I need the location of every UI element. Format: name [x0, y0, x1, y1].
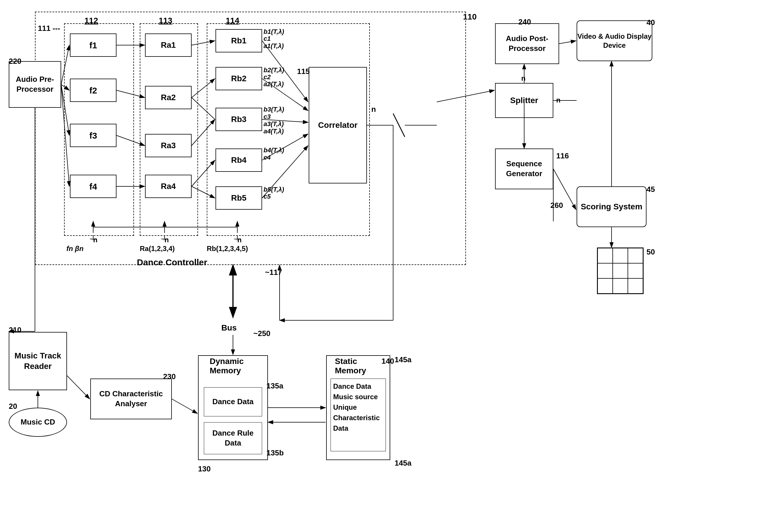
svg-line-31 [559, 41, 576, 44]
n-fn: n [93, 236, 98, 244]
ra1-box: Ra1 [145, 33, 192, 57]
rb1-box: Rb1 [215, 29, 262, 52]
splitter-box: Splitter [495, 83, 553, 118]
label-113: 113 [159, 16, 172, 25]
label-140: 140 [381, 357, 394, 366]
sequence-generator-box: Sequence Generator [495, 149, 553, 189]
label-117: ~117 [265, 268, 282, 277]
rb5-box: Rb5 [215, 186, 262, 210]
label-40: 40 [646, 18, 655, 27]
scoring-system-box: Scoring System [577, 186, 646, 227]
rb4-box: Rb4 [215, 149, 262, 172]
n-rb: n [237, 236, 242, 244]
ra2-box: Ra2 [145, 86, 192, 109]
music-cd-box: Music CD [9, 408, 67, 437]
grid-cell-5 [613, 263, 628, 278]
b3-label: b3(T,λ) [264, 106, 284, 113]
audio-postprocessor-box: Audio Post- Processor [495, 23, 559, 64]
ra3-box: Ra3 [145, 134, 192, 157]
label-116: 116 [556, 151, 569, 160]
f4-box: f4 [70, 175, 116, 198]
a1-label: a1(T,λ) [264, 42, 284, 50]
grid-cell-2 [613, 248, 628, 263]
svg-line-39 [67, 376, 90, 399]
c5-label: c5 [264, 193, 271, 200]
n-splitter-bot: n [556, 96, 561, 104]
grid-display [597, 248, 644, 294]
c4-label: c4 [264, 154, 271, 161]
correlator-box: Correlator [309, 67, 367, 183]
c2-label: c2 [264, 73, 271, 81]
label-45: 45 [646, 185, 655, 194]
video-audio-display-box: Video & Audio Display Device [577, 20, 652, 61]
label-145a-bot: 145a [395, 459, 411, 468]
c1-label: c1 [264, 35, 271, 43]
grid-cell-3 [628, 248, 643, 263]
grid-cell-8 [613, 278, 628, 294]
b5-label: b5(T,λ) [264, 186, 284, 193]
label-110: 110 [463, 12, 477, 22]
grid-cell-4 [598, 263, 613, 278]
label-250: ~250 [253, 329, 271, 338]
dynamic-memory-label: DynamicMemory [210, 357, 244, 375]
rb3-box: Rb3 [215, 108, 262, 131]
label-260: 260 [550, 201, 563, 210]
n-splitter-top: n [521, 74, 526, 82]
grid-cell-1 [598, 248, 613, 263]
b4-label: b4(T,λ) [264, 146, 284, 154]
static-dance-data-box: Dance Data Music source Unique Character… [331, 379, 386, 451]
label-135b: 135b [266, 448, 284, 457]
label-230: 230 [163, 372, 176, 381]
f1-box: f1 [70, 33, 116, 57]
b2-label: b2(T,λ) [264, 66, 284, 74]
label-240: 240 [518, 17, 531, 26]
label-145a-top: 145a [395, 355, 411, 364]
grid-cell-7 [598, 278, 613, 294]
rb-group-label: Rb(1,2,3,4,5) [207, 245, 248, 253]
label-114: 114 [226, 16, 239, 25]
a3-label: a3(T,λ) [264, 120, 284, 128]
bus-label: Bus [221, 323, 237, 333]
n-correlator: n [371, 105, 376, 114]
f3-box: f3 [70, 124, 116, 147]
a4-label: a4(T,λ) [264, 128, 284, 135]
dance-rule-data-box: Dance Rule Data [204, 422, 262, 454]
music-track-reader-box: Music Track Reader [9, 332, 67, 390]
n-ra: n [165, 236, 169, 244]
grid-cell-9 [628, 278, 643, 294]
svg-line-38 [172, 399, 197, 413]
cd-analyser-box: CD Characteristic Analyser [90, 379, 172, 419]
label-20: 20 [9, 402, 17, 411]
static-memory-label: StaticMemory [335, 357, 366, 375]
dance-data-box: Dance Data [204, 387, 262, 416]
a2-label: a2(T,λ) [264, 80, 284, 88]
f2-box: f2 [70, 79, 116, 102]
label-210: 210 [9, 326, 21, 335]
label-135a: 135a [266, 381, 283, 390]
label-130: 130 [198, 464, 211, 473]
audio-preprocessor-box: Audio Pre- Processor [9, 61, 61, 108]
label-111: 111 --- [38, 24, 60, 33]
c3-label: c3 [264, 113, 271, 121]
label-115: 115 [297, 67, 310, 76]
grid-cell-6 [628, 263, 643, 278]
label-112: 112 [84, 16, 98, 25]
b1-label: b1(T,λ) [264, 28, 284, 36]
dance-controller-label: Dance Controller [137, 257, 207, 267]
label-220: 220 [9, 57, 21, 66]
rb2-box: Rb2 [215, 67, 262, 90]
label-50: 50 [646, 248, 655, 257]
ra-group-label: Ra(1,2,3,4) [140, 245, 175, 253]
fn-label: fn βn [66, 245, 84, 253]
ra4-box: Ra4 [145, 175, 192, 198]
